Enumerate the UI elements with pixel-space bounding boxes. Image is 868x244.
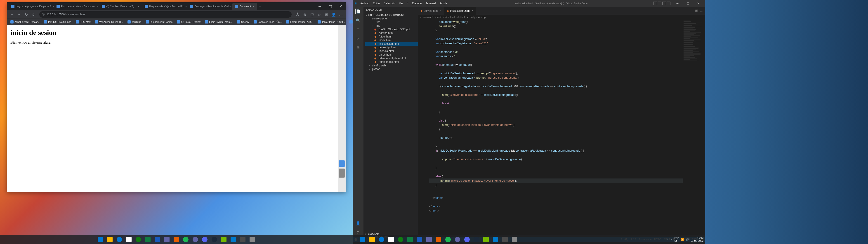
file-item[interactable]: ◆pares.html — [365, 53, 418, 57]
code-line[interactable]: var inicioDeSesionRegistrado = "alura"; — [429, 37, 705, 41]
code-line[interactable]: alert("inicio de sesión inválido. Favor … — [429, 123, 705, 127]
code-line[interactable]: } — [429, 183, 705, 187]
teams-icon[interactable] — [425, 235, 434, 244]
code-line[interactable]: } — [429, 144, 705, 148]
code-line[interactable] — [429, 33, 705, 37]
folder-css[interactable]: › Css — [365, 20, 418, 24]
code-line[interactable]: saltarLinea(); — [429, 24, 705, 28]
layout-icon[interactable] — [653, 2, 657, 5]
file-item[interactable]: ◆tablademultiplicar.html — [365, 57, 418, 60]
breadcrumb-item[interactable]: ⬖ html — [458, 16, 465, 19]
steam-icon[interactable] — [472, 235, 481, 244]
xbox-icon[interactable] — [396, 235, 405, 244]
file-explorer-icon[interactable] — [105, 235, 114, 244]
layout-icon[interactable] — [662, 2, 666, 5]
code-line[interactable] — [429, 200, 705, 204]
steam-icon[interactable] — [210, 235, 219, 244]
minimize-button[interactable]: ─ — [672, 0, 683, 7]
code-line[interactable] — [429, 153, 705, 157]
bookmark-item[interactable]: ZonaLeRoS | Descar... — [8, 20, 41, 24]
tab-close-icon[interactable]: × — [440, 9, 441, 12]
onedrive-icon[interactable]: ☁ — [670, 238, 673, 241]
bookmark-item[interactable]: HBO Max — [74, 20, 92, 24]
bookmark-item[interactable]: (9) Inicio - Roblox — [175, 20, 202, 24]
sidebar-tool-icon[interactable] — [339, 169, 345, 178]
maximize-button[interactable]: ▢ — [325, 2, 336, 10]
app-icon[interactable] — [248, 235, 257, 244]
extensions-button[interactable]: ⬚ — [309, 11, 315, 18]
code-line[interactable]: } — [429, 110, 705, 114]
spotify-icon[interactable] — [181, 235, 190, 244]
excel-icon[interactable] — [143, 235, 152, 244]
discord-icon[interactable] — [463, 235, 471, 244]
code-line[interactable]: var intentos = 1; — [429, 54, 705, 58]
folder-python[interactable]: › python — [365, 67, 418, 71]
tray-chevron-icon[interactable]: ^ — [667, 238, 669, 241]
tab-close-icon[interactable]: × — [97, 4, 99, 8]
menu-item[interactable]: Ir — [405, 2, 410, 5]
app-icon[interactable] — [500, 235, 509, 244]
file-explorer-icon[interactable] — [368, 235, 377, 244]
reload-button[interactable]: ↻ — [23, 11, 29, 18]
close-button[interactable]: ✕ — [336, 2, 346, 10]
menu-item[interactable]: Archivo — [359, 2, 371, 5]
code-line[interactable] — [429, 131, 705, 135]
code-line[interactable] — [429, 161, 705, 165]
app-icon[interactable] — [238, 235, 247, 244]
chat-icon[interactable] — [453, 235, 462, 244]
code-line[interactable] — [429, 140, 705, 144]
layout-icon[interactable] — [667, 2, 671, 5]
vlc-icon[interactable] — [434, 235, 443, 244]
source-control-icon[interactable]: ⑂ — [355, 27, 361, 32]
breadcrumb-item[interactable]: curso oracle — [421, 16, 434, 19]
account-icon[interactable]: 👤 — [355, 220, 361, 226]
store-icon[interactable] — [386, 235, 396, 244]
wifi-icon[interactable]: 📶 — [681, 238, 684, 241]
layout-icon[interactable] — [658, 2, 661, 5]
new-tab-button[interactable]: + — [257, 3, 264, 9]
nvidia-icon[interactable] — [482, 235, 491, 244]
browser-tab[interactable]: Despegar - Resultados de Vuelos× — [187, 3, 232, 10]
maximize-button[interactable]: ▢ — [683, 0, 693, 7]
code-line[interactable]: var inicioDeSesionIngresado = prompt("In… — [429, 71, 705, 75]
tab-close-icon[interactable]: × — [52, 4, 54, 8]
code-line[interactable]: else { — [429, 174, 705, 179]
code-line[interactable]: </html> — [429, 209, 705, 213]
code-line[interactable]: var contrasenhaIngresada = prompt("Ingre… — [429, 75, 705, 80]
store-icon[interactable] — [124, 235, 133, 244]
menu-item[interactable]: Ejecutar — [410, 2, 424, 5]
teams-icon[interactable] — [162, 235, 171, 244]
bookmark-item[interactable]: Ver Anime Online H... — [93, 20, 125, 24]
settings-icon[interactable]: ⚙ — [355, 230, 361, 235]
tab-close-icon[interactable]: × — [252, 4, 254, 8]
browser-tab[interactable]: Foro | Alura Latam - Cursos onl× — [54, 3, 99, 10]
volume-icon[interactable]: 🔊 — [686, 238, 689, 241]
file-item[interactable]: ◆[LADI]+Glosario+ONE.pdf — [365, 28, 418, 31]
code-line[interactable]: </body> — [429, 204, 705, 209]
search-icon[interactable]: 🔍 — [355, 18, 361, 23]
browser-tab[interactable]: Lógica de programación parte 2× — [8, 3, 54, 10]
code-editor[interactable]: document.write(frase); saltarLinea(); } … — [418, 20, 705, 237]
vlc-icon[interactable] — [172, 235, 181, 244]
start-button[interactable] — [358, 235, 367, 244]
file-item[interactable]: ◆index.html — [365, 38, 418, 42]
code-line[interactable]: while(intentos <= contador){ — [429, 63, 705, 67]
file-item[interactable]: ◆iniciosesion.html — [365, 42, 418, 45]
code-line[interactable]: alert("Bienvenido al sistema " + inicioD… — [429, 93, 705, 97]
code-line[interactable]: imprimir("Bienvenido al sistema " + inic… — [429, 157, 705, 161]
chat-icon[interactable] — [191, 235, 200, 244]
translate-button[interactable]: Ⓐ — [294, 11, 301, 18]
language-indicator[interactable]: ESP ES — [675, 237, 679, 242]
menu-button[interactable]: … — [338, 11, 344, 18]
spotify-icon[interactable] — [443, 235, 453, 244]
bookmark-item[interactable]: INICIO | PixelGames — [42, 20, 73, 24]
breadcrumb-item[interactable]: ⬖ script — [478, 16, 486, 19]
sidebar-tool-icon[interactable] — [339, 160, 345, 167]
bookmark-item[interactable]: Login | Alura Latam... — [203, 20, 235, 24]
bookmark-item[interactable]: Lorem Ipsum - All t... — [284, 20, 315, 24]
menu-item[interactable]: Ver — [397, 2, 405, 5]
excel-icon[interactable] — [405, 235, 414, 244]
start-button[interactable] — [96, 235, 105, 244]
favorites-button[interactable]: ☆ — [316, 11, 322, 18]
code-line[interactable]: var contrasenhaRegistrada = "alura321"; — [429, 41, 705, 45]
